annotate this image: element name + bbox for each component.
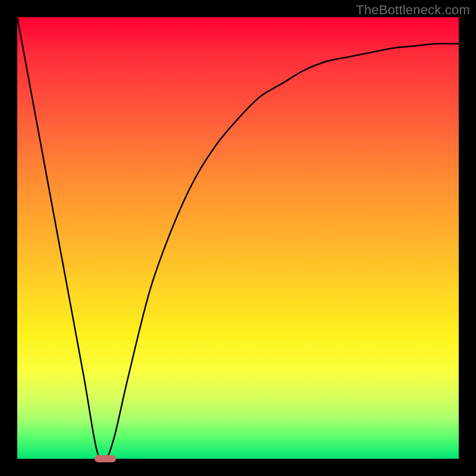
chart-container: TheBottleneck.com: [0, 0, 476, 476]
bottleneck-curve: [17, 17, 459, 459]
plot-area: [17, 17, 459, 459]
watermark-text: TheBottleneck.com: [356, 2, 470, 18]
min-marker: [95, 455, 116, 462]
